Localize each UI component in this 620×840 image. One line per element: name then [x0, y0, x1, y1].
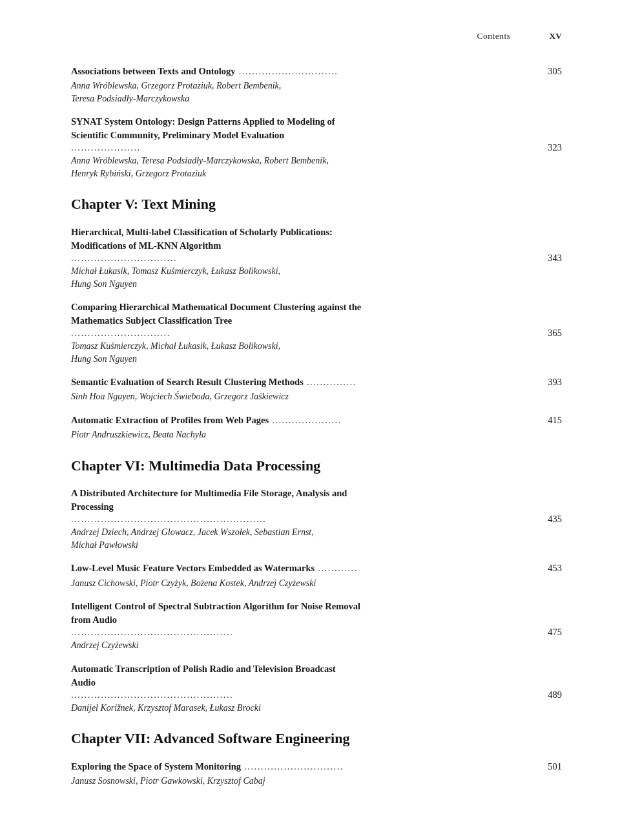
header-label: Contents — [477, 31, 510, 41]
entry-page: 475 — [539, 627, 562, 638]
entry-title-dots-line: Semantic Evaluation of Search Result Clu… — [71, 375, 562, 389]
entry-title-dots-line: Automatic Extraction of Profiles from We… — [71, 414, 562, 427]
toc-entry-lowlevel: Low-Level Music Feature Vectors Embedded… — [71, 562, 562, 589]
entry-authors: Andrzej Dziech, Andrzej Glowacz, Jacek W… — [71, 526, 562, 551]
toc-entry-exploring: Exploring the Space of System Monitoring… — [71, 760, 562, 788]
dots-line: ................................ 343 — [71, 253, 562, 264]
entry-authors: Tomasz Kuśmierczyk, Michał Łukasik, Łuka… — [71, 340, 562, 365]
page-header: Contents XV — [71, 31, 562, 44]
entry-title: Exploring the Space of System Monitoring — [71, 760, 241, 773]
entry-page: 393 — [539, 377, 562, 388]
entry-authors: Anna Wróblewska, Teresa Podsiadły-Marczy… — [71, 154, 562, 180]
entry-title-dots-line: Associations between Texts and Ontology … — [71, 65, 562, 78]
toc-entry-synat: SYNAT System Ontology: Design Patterns A… — [71, 115, 562, 180]
page: Contents XV Associations between Texts a… — [0, 0, 620, 840]
dots-line: ........................................… — [71, 689, 562, 700]
entry-title: Low-Level Music Feature Vectors Embedded… — [71, 562, 315, 575]
entry-authors: Anna Wróblewska, Grzegorz Protaziuk, Rob… — [71, 79, 562, 105]
entry-title: Associations between Texts and Ontology — [71, 65, 236, 78]
dots: .............................. — [236, 66, 539, 77]
entry-title-multiline: SYNAT System Ontology: Design Patterns A… — [71, 115, 562, 142]
toc-entry-associations: Associations between Texts and Ontology … — [71, 65, 562, 105]
dots: ........................................… — [71, 627, 539, 638]
entry-title: Automatic Transcription of Polish Radio … — [71, 662, 562, 689]
dots: ................................ — [71, 253, 539, 264]
entry-title: Automatic Extraction of Profiles from We… — [71, 414, 269, 427]
toc-entry-transcription: Automatic Transcription of Polish Radio … — [71, 662, 562, 715]
dots-line: ..................... 323 — [71, 142, 562, 153]
chapter-vi-heading: Chapter VI: Multimedia Data Processing — [71, 457, 562, 476]
entry-title: Comparing Hierarchical Mathematical Docu… — [71, 300, 562, 328]
dots-line: ........................................… — [71, 627, 562, 638]
entry-page: 489 — [539, 689, 562, 700]
entry-page: 453 — [539, 563, 562, 574]
dots-line: ........................................… — [71, 514, 562, 525]
entry-title-dots-line: Low-Level Music Feature Vectors Embedded… — [71, 562, 562, 575]
header-page-num: XV — [550, 31, 563, 41]
entry-title: Semantic Evaluation of Search Result Clu… — [71, 375, 304, 389]
entry-title: Hierarchical, Multi-label Classification… — [71, 226, 562, 253]
entry-authors: Janusz Cichowski, Piotr Czyżyk, Bożena K… — [71, 577, 562, 590]
entry-title: Intelligent Control of Spectral Subtract… — [71, 600, 562, 627]
dots-line: .............................. 365 — [71, 328, 562, 339]
toc-entry-intelligent: Intelligent Control of Spectral Subtract… — [71, 600, 562, 652]
entry-title-dots-line: Exploring the Space of System Monitoring… — [71, 760, 562, 773]
entry-authors: Danijel Korižnek, Krzysztof Marasek, Łuk… — [71, 702, 562, 715]
dots: ............... — [304, 377, 539, 388]
toc-entry-auto-extraction: Automatic Extraction of Profiles from We… — [71, 414, 562, 441]
toc-entry-comparing: Comparing Hierarchical Mathematical Docu… — [71, 300, 562, 365]
entry-page: 415 — [539, 415, 562, 426]
dots: .............................. — [241, 761, 539, 772]
chapter-v-heading: Chapter V: Text Mining — [71, 195, 562, 214]
header-content: Contents XV — [477, 31, 562, 41]
dots: ..................... — [71, 142, 539, 153]
toc-entry-distributed: A Distributed Architecture for Multimedi… — [71, 487, 562, 551]
entry-page: 501 — [539, 761, 562, 772]
entry-page: 435 — [539, 514, 562, 525]
entry-page: 323 — [539, 142, 562, 153]
dots: ........................................… — [71, 514, 539, 525]
entry-authors: Sinh Hoa Nguyen, Wojciech Świeboda, Grze… — [71, 390, 562, 403]
dots: ........................................… — [71, 689, 539, 700]
chapter-vii-heading: Chapter VII: Advanced Software Engineeri… — [71, 730, 562, 748]
entry-authors: Janusz Sosnowski, Piotr Gawkowski, Krzys… — [71, 775, 562, 788]
dots: .............................. — [71, 328, 539, 339]
entry-page: 365 — [539, 328, 562, 339]
entry-page: 305 — [539, 66, 562, 77]
entry-authors: Andrzej Czyżewski — [71, 639, 562, 652]
toc-entry-semantic: Semantic Evaluation of Search Result Clu… — [71, 375, 562, 403]
entry-authors: Michał Łukasik, Tomasz Kuśmierczyk, Łuka… — [71, 265, 562, 290]
entry-title: A Distributed Architecture for Multimedi… — [71, 487, 562, 514]
toc-entry-hierarchical: Hierarchical, Multi-label Classification… — [71, 226, 562, 290]
dots: ..................... — [269, 415, 539, 426]
entry-authors: Piotr Andruszkiewicz, Beata Nachyła — [71, 428, 562, 441]
dots: ............ — [315, 563, 539, 574]
entry-page: 343 — [539, 253, 562, 264]
